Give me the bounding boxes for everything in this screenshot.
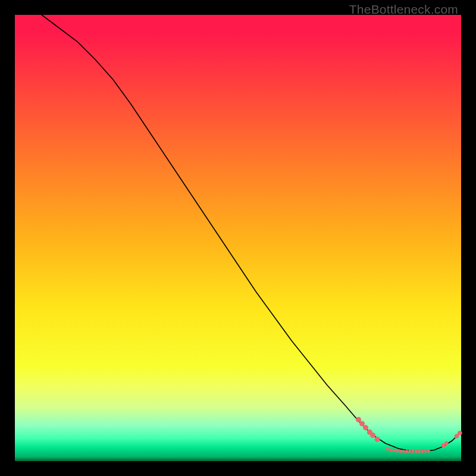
data-marker bbox=[396, 449, 399, 452]
chart-svg bbox=[15, 15, 461, 461]
data-marker bbox=[424, 450, 427, 453]
data-marker bbox=[411, 450, 414, 453]
data-marker bbox=[408, 450, 411, 453]
data-marker bbox=[356, 417, 361, 422]
data-marker bbox=[393, 449, 396, 452]
data-marker bbox=[405, 450, 408, 453]
curve-line bbox=[42, 15, 461, 452]
data-marker bbox=[370, 433, 375, 438]
data-marker bbox=[415, 450, 418, 453]
markers-group bbox=[356, 417, 462, 453]
data-marker bbox=[427, 449, 430, 452]
data-marker bbox=[444, 441, 449, 446]
data-marker bbox=[359, 421, 365, 427]
plot-area bbox=[15, 15, 461, 461]
data-marker bbox=[418, 450, 421, 453]
data-marker bbox=[390, 449, 393, 452]
data-marker bbox=[363, 425, 368, 430]
data-marker bbox=[458, 431, 462, 436]
data-marker bbox=[402, 450, 405, 453]
data-marker bbox=[399, 450, 402, 453]
data-marker bbox=[375, 437, 380, 442]
chart-frame: TheBottleneck.com bbox=[0, 0, 476, 476]
watermark-text: TheBottleneck.com bbox=[349, 2, 458, 17]
data-marker bbox=[386, 447, 389, 450]
data-marker bbox=[421, 450, 424, 453]
